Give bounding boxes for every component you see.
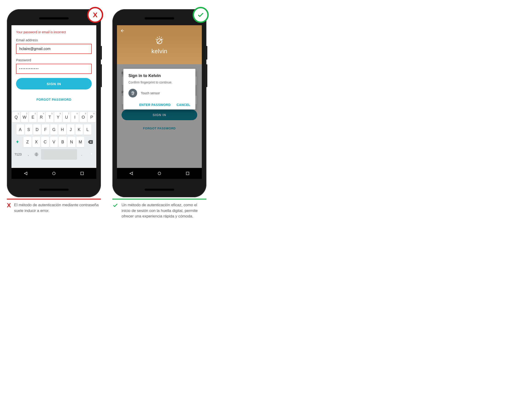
key-comma[interactable]: , bbox=[25, 149, 32, 160]
key-v[interactable]: V bbox=[50, 137, 58, 147]
nav-back-icon[interactable] bbox=[129, 172, 133, 175]
phone-speaker-icon bbox=[144, 188, 174, 191]
phone-speaker-icon bbox=[39, 17, 69, 20]
key-e[interactable]: E3 bbox=[29, 112, 37, 122]
key-symbols[interactable]: ?123 bbox=[12, 149, 24, 160]
key-backspace-icon[interactable] bbox=[85, 137, 95, 147]
nav-home-icon[interactable] bbox=[52, 172, 56, 175]
key-globe-icon[interactable] bbox=[33, 149, 40, 160]
app-hero: kelvin bbox=[117, 25, 202, 64]
do-badge-icon bbox=[193, 7, 209, 23]
check-icon bbox=[112, 202, 118, 209]
caption-divider bbox=[112, 199, 206, 200]
key-enter-icon[interactable] bbox=[86, 149, 95, 158]
key-k[interactable]: K bbox=[75, 124, 83, 135]
fingerprint-icon[interactable] bbox=[128, 89, 137, 98]
svg-rect-13 bbox=[186, 172, 189, 175]
password-field[interactable] bbox=[16, 64, 92, 74]
key-t[interactable]: T5 bbox=[46, 112, 53, 122]
forgot-password-link[interactable]: FORGOT PASSWORD bbox=[16, 98, 92, 101]
touch-sensor-label: Touch sensor bbox=[141, 91, 160, 95]
phone-frame-right: kelvin Email address Password SIGN IN FO… bbox=[112, 9, 206, 197]
back-arrow-icon[interactable] bbox=[120, 29, 125, 34]
key-y[interactable]: Y6 bbox=[54, 112, 62, 122]
nav-home-icon[interactable] bbox=[157, 172, 161, 175]
key-spacebar[interactable] bbox=[41, 149, 77, 160]
phone-speaker-icon bbox=[144, 17, 174, 20]
key-c[interactable]: C bbox=[41, 137, 49, 147]
caption-divider bbox=[7, 199, 101, 200]
signin-button[interactable]: SIGN IN bbox=[16, 78, 92, 90]
dont-badge-icon: X bbox=[87, 7, 103, 23]
svg-marker-1 bbox=[24, 172, 27, 175]
nav-recent-icon[interactable] bbox=[186, 172, 189, 175]
svg-line-9 bbox=[156, 39, 157, 39]
key-i[interactable]: I8 bbox=[71, 112, 79, 122]
phone-frame-left: Your password or email is incorrect Emai… bbox=[7, 9, 101, 197]
dialog-subtitle: Confirm fingerprint to continue. bbox=[128, 81, 190, 84]
key-j[interactable]: J bbox=[67, 124, 75, 135]
fingerprint-dialog: Sign in to Kelvin Confirm fingerprint to… bbox=[123, 69, 195, 109]
key-x[interactable]: X bbox=[32, 137, 40, 147]
key-l[interactable]: L bbox=[84, 124, 91, 135]
key-d[interactable]: D bbox=[33, 124, 41, 135]
screen-login-error: Your password or email is incorrect Emai… bbox=[11, 25, 96, 179]
caption-dont: X El método de autenticación mediante co… bbox=[7, 202, 101, 214]
key-q[interactable]: Q1 bbox=[12, 112, 20, 122]
cancel-button[interactable]: CANCEL bbox=[177, 103, 190, 107]
x-icon: X bbox=[7, 202, 11, 208]
email-field[interactable] bbox=[16, 44, 92, 54]
phone-side-button bbox=[101, 46, 102, 60]
example-dont: X Your password or email is incorrect Em… bbox=[7, 9, 101, 214]
key-f[interactable]: F bbox=[42, 124, 49, 135]
key-s[interactable]: S bbox=[25, 124, 33, 135]
error-message: Your password or email is incorrect bbox=[16, 30, 92, 34]
password-label: Password bbox=[16, 58, 92, 62]
phone-side-button bbox=[206, 46, 207, 60]
screen-fingerprint: kelvin Email address Password SIGN IN FO… bbox=[117, 25, 202, 179]
svg-point-2 bbox=[52, 172, 55, 175]
caption-do: Un método de autenticación eficaz, como … bbox=[112, 202, 206, 219]
soft-keyboard[interactable]: Q1 W2 E3 R4 T5 Y6 U7 I8 O9 P0 A S D F G bbox=[11, 111, 96, 168]
svg-rect-3 bbox=[81, 172, 83, 175]
enter-password-button[interactable]: ENTER PASSWORD bbox=[139, 103, 171, 107]
android-navbar bbox=[11, 168, 96, 179]
brand-logo-icon bbox=[154, 35, 165, 47]
phone-speaker-icon bbox=[39, 188, 69, 191]
key-period[interactable]: . bbox=[78, 149, 85, 160]
caption-text: El método de autenticación mediante cont… bbox=[14, 202, 101, 214]
svg-marker-11 bbox=[130, 172, 133, 175]
svg-line-8 bbox=[161, 37, 162, 38]
key-p[interactable]: P0 bbox=[88, 112, 95, 122]
email-label: Email address bbox=[16, 38, 92, 42]
svg-line-7 bbox=[157, 37, 158, 38]
brand-name: kelvin bbox=[151, 48, 167, 55]
key-b[interactable]: B bbox=[59, 137, 67, 147]
key-m[interactable]: M bbox=[76, 137, 84, 147]
key-h[interactable]: H bbox=[59, 124, 66, 135]
android-navbar bbox=[117, 168, 202, 179]
nav-back-icon[interactable] bbox=[24, 172, 28, 175]
example-do: kelvin Email address Password SIGN IN FO… bbox=[112, 9, 206, 219]
svg-point-12 bbox=[158, 172, 161, 175]
key-r[interactable]: R4 bbox=[37, 112, 45, 122]
caption-text: Un método de autenticación eficaz, como … bbox=[121, 202, 206, 219]
key-w[interactable]: W2 bbox=[21, 112, 29, 122]
phone-side-button bbox=[206, 64, 207, 87]
key-g[interactable]: G bbox=[50, 124, 58, 135]
key-u[interactable]: U7 bbox=[63, 112, 70, 122]
dialog-title: Sign in to Kelvin bbox=[128, 73, 190, 78]
key-shift-icon[interactable] bbox=[12, 137, 23, 147]
nav-recent-icon[interactable] bbox=[80, 172, 84, 175]
svg-line-10 bbox=[162, 39, 163, 39]
key-o[interactable]: O9 bbox=[80, 112, 87, 122]
key-n[interactable]: N bbox=[68, 137, 75, 147]
phone-side-button bbox=[101, 64, 102, 87]
key-z[interactable]: Z bbox=[24, 137, 31, 147]
key-a[interactable]: A bbox=[16, 124, 24, 135]
